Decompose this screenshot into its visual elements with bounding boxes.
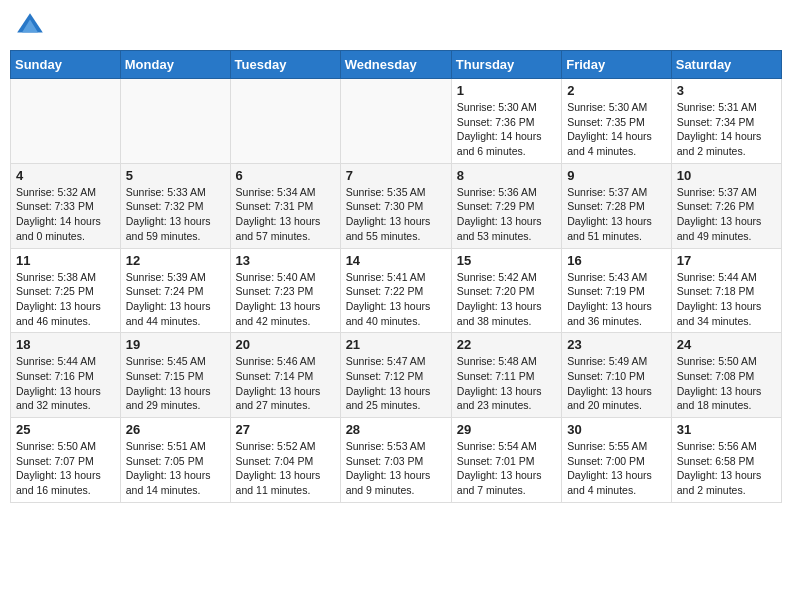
day-info: Sunrise: 5:49 AM Sunset: 7:10 PM Dayligh…: [567, 354, 666, 413]
day-info: Sunrise: 5:32 AM Sunset: 7:33 PM Dayligh…: [16, 185, 115, 244]
day-number: 22: [457, 337, 556, 352]
calendar-cell: 19Sunrise: 5:45 AM Sunset: 7:15 PM Dayli…: [120, 333, 230, 418]
day-number: 1: [457, 83, 556, 98]
day-number: 13: [236, 253, 335, 268]
day-info: Sunrise: 5:46 AM Sunset: 7:14 PM Dayligh…: [236, 354, 335, 413]
day-info: Sunrise: 5:52 AM Sunset: 7:04 PM Dayligh…: [236, 439, 335, 498]
calendar-cell: 17Sunrise: 5:44 AM Sunset: 7:18 PM Dayli…: [671, 248, 781, 333]
day-number: 30: [567, 422, 666, 437]
day-number: 29: [457, 422, 556, 437]
day-number: 6: [236, 168, 335, 183]
calendar-cell: [11, 79, 121, 164]
day-info: Sunrise: 5:50 AM Sunset: 7:07 PM Dayligh…: [16, 439, 115, 498]
calendar-cell: 25Sunrise: 5:50 AM Sunset: 7:07 PM Dayli…: [11, 418, 121, 503]
day-number: 18: [16, 337, 115, 352]
calendar-cell: 21Sunrise: 5:47 AM Sunset: 7:12 PM Dayli…: [340, 333, 451, 418]
calendar-cell: 1Sunrise: 5:30 AM Sunset: 7:36 PM Daylig…: [451, 79, 561, 164]
calendar-week-3: 11Sunrise: 5:38 AM Sunset: 7:25 PM Dayli…: [11, 248, 782, 333]
page-header: [10, 10, 782, 42]
calendar-cell: 18Sunrise: 5:44 AM Sunset: 7:16 PM Dayli…: [11, 333, 121, 418]
calendar-cell: 9Sunrise: 5:37 AM Sunset: 7:28 PM Daylig…: [562, 163, 672, 248]
day-info: Sunrise: 5:42 AM Sunset: 7:20 PM Dayligh…: [457, 270, 556, 329]
calendar-week-5: 25Sunrise: 5:50 AM Sunset: 7:07 PM Dayli…: [11, 418, 782, 503]
logo: [14, 10, 50, 42]
day-info: Sunrise: 5:31 AM Sunset: 7:34 PM Dayligh…: [677, 100, 776, 159]
day-number: 17: [677, 253, 776, 268]
calendar-cell: 10Sunrise: 5:37 AM Sunset: 7:26 PM Dayli…: [671, 163, 781, 248]
calendar-cell: 15Sunrise: 5:42 AM Sunset: 7:20 PM Dayli…: [451, 248, 561, 333]
calendar: SundayMondayTuesdayWednesdayThursdayFrid…: [10, 50, 782, 503]
day-info: Sunrise: 5:40 AM Sunset: 7:23 PM Dayligh…: [236, 270, 335, 329]
day-number: 2: [567, 83, 666, 98]
header-saturday: Saturday: [671, 51, 781, 79]
day-number: 4: [16, 168, 115, 183]
day-number: 7: [346, 168, 446, 183]
day-info: Sunrise: 5:50 AM Sunset: 7:08 PM Dayligh…: [677, 354, 776, 413]
day-info: Sunrise: 5:37 AM Sunset: 7:26 PM Dayligh…: [677, 185, 776, 244]
calendar-cell: 30Sunrise: 5:55 AM Sunset: 7:00 PM Dayli…: [562, 418, 672, 503]
day-number: 28: [346, 422, 446, 437]
day-number: 25: [16, 422, 115, 437]
calendar-cell: [120, 79, 230, 164]
day-number: 8: [457, 168, 556, 183]
calendar-cell: 26Sunrise: 5:51 AM Sunset: 7:05 PM Dayli…: [120, 418, 230, 503]
day-info: Sunrise: 5:36 AM Sunset: 7:29 PM Dayligh…: [457, 185, 556, 244]
day-number: 14: [346, 253, 446, 268]
day-number: 12: [126, 253, 225, 268]
day-info: Sunrise: 5:53 AM Sunset: 7:03 PM Dayligh…: [346, 439, 446, 498]
header-tuesday: Tuesday: [230, 51, 340, 79]
calendar-cell: 24Sunrise: 5:50 AM Sunset: 7:08 PM Dayli…: [671, 333, 781, 418]
day-number: 10: [677, 168, 776, 183]
calendar-cell: 28Sunrise: 5:53 AM Sunset: 7:03 PM Dayli…: [340, 418, 451, 503]
calendar-cell: 14Sunrise: 5:41 AM Sunset: 7:22 PM Dayli…: [340, 248, 451, 333]
calendar-cell: 11Sunrise: 5:38 AM Sunset: 7:25 PM Dayli…: [11, 248, 121, 333]
logo-icon: [14, 10, 46, 42]
header-friday: Friday: [562, 51, 672, 79]
calendar-cell: 3Sunrise: 5:31 AM Sunset: 7:34 PM Daylig…: [671, 79, 781, 164]
day-number: 9: [567, 168, 666, 183]
calendar-cell: 5Sunrise: 5:33 AM Sunset: 7:32 PM Daylig…: [120, 163, 230, 248]
day-number: 3: [677, 83, 776, 98]
calendar-cell: 4Sunrise: 5:32 AM Sunset: 7:33 PM Daylig…: [11, 163, 121, 248]
calendar-cell: 2Sunrise: 5:30 AM Sunset: 7:35 PM Daylig…: [562, 79, 672, 164]
day-number: 16: [567, 253, 666, 268]
day-info: Sunrise: 5:34 AM Sunset: 7:31 PM Dayligh…: [236, 185, 335, 244]
day-info: Sunrise: 5:39 AM Sunset: 7:24 PM Dayligh…: [126, 270, 225, 329]
day-number: 27: [236, 422, 335, 437]
day-info: Sunrise: 5:44 AM Sunset: 7:18 PM Dayligh…: [677, 270, 776, 329]
day-number: 31: [677, 422, 776, 437]
calendar-week-1: 1Sunrise: 5:30 AM Sunset: 7:36 PM Daylig…: [11, 79, 782, 164]
header-monday: Monday: [120, 51, 230, 79]
day-info: Sunrise: 5:47 AM Sunset: 7:12 PM Dayligh…: [346, 354, 446, 413]
day-number: 21: [346, 337, 446, 352]
day-number: 5: [126, 168, 225, 183]
calendar-cell: 22Sunrise: 5:48 AM Sunset: 7:11 PM Dayli…: [451, 333, 561, 418]
day-info: Sunrise: 5:38 AM Sunset: 7:25 PM Dayligh…: [16, 270, 115, 329]
calendar-cell: [340, 79, 451, 164]
day-info: Sunrise: 5:30 AM Sunset: 7:35 PM Dayligh…: [567, 100, 666, 159]
day-info: Sunrise: 5:37 AM Sunset: 7:28 PM Dayligh…: [567, 185, 666, 244]
day-info: Sunrise: 5:56 AM Sunset: 6:58 PM Dayligh…: [677, 439, 776, 498]
day-info: Sunrise: 5:55 AM Sunset: 7:00 PM Dayligh…: [567, 439, 666, 498]
calendar-cell: 8Sunrise: 5:36 AM Sunset: 7:29 PM Daylig…: [451, 163, 561, 248]
header-sunday: Sunday: [11, 51, 121, 79]
day-info: Sunrise: 5:33 AM Sunset: 7:32 PM Dayligh…: [126, 185, 225, 244]
calendar-week-4: 18Sunrise: 5:44 AM Sunset: 7:16 PM Dayli…: [11, 333, 782, 418]
day-info: Sunrise: 5:44 AM Sunset: 7:16 PM Dayligh…: [16, 354, 115, 413]
calendar-cell: 27Sunrise: 5:52 AM Sunset: 7:04 PM Dayli…: [230, 418, 340, 503]
day-info: Sunrise: 5:41 AM Sunset: 7:22 PM Dayligh…: [346, 270, 446, 329]
calendar-cell: 23Sunrise: 5:49 AM Sunset: 7:10 PM Dayli…: [562, 333, 672, 418]
calendar-cell: 7Sunrise: 5:35 AM Sunset: 7:30 PM Daylig…: [340, 163, 451, 248]
calendar-cell: 29Sunrise: 5:54 AM Sunset: 7:01 PM Dayli…: [451, 418, 561, 503]
header-wednesday: Wednesday: [340, 51, 451, 79]
day-number: 19: [126, 337, 225, 352]
day-number: 24: [677, 337, 776, 352]
calendar-cell: 20Sunrise: 5:46 AM Sunset: 7:14 PM Dayli…: [230, 333, 340, 418]
calendar-week-2: 4Sunrise: 5:32 AM Sunset: 7:33 PM Daylig…: [11, 163, 782, 248]
day-number: 23: [567, 337, 666, 352]
calendar-cell: 6Sunrise: 5:34 AM Sunset: 7:31 PM Daylig…: [230, 163, 340, 248]
day-number: 20: [236, 337, 335, 352]
calendar-cell: 16Sunrise: 5:43 AM Sunset: 7:19 PM Dayli…: [562, 248, 672, 333]
day-number: 26: [126, 422, 225, 437]
day-info: Sunrise: 5:54 AM Sunset: 7:01 PM Dayligh…: [457, 439, 556, 498]
